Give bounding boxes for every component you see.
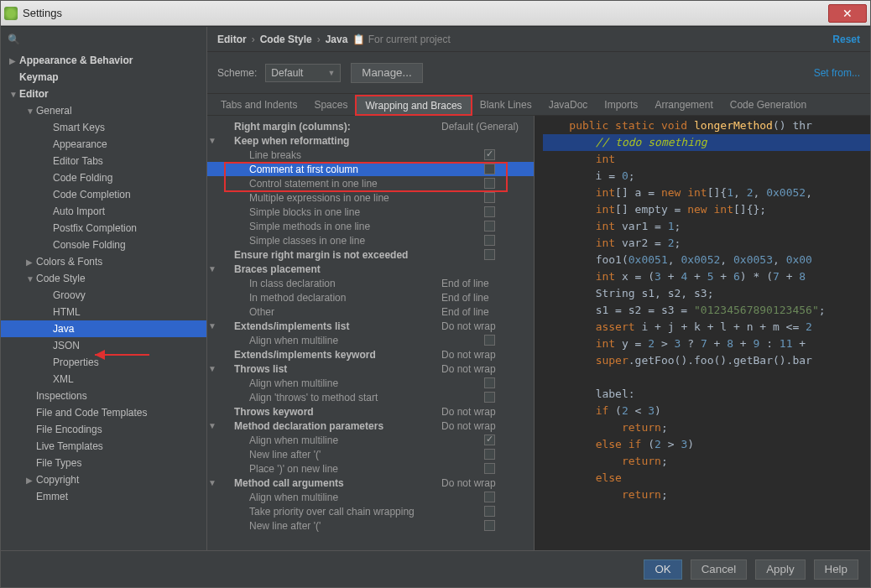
opt-align-multiline-1[interactable]: Align when multiline [219, 335, 484, 346]
crumb-editor[interactable]: Editor [217, 34, 247, 45]
checkbox-simple-classes[interactable] [484, 235, 495, 246]
manage-button[interactable]: Manage... [351, 63, 422, 83]
checkbox-ensure-margin[interactable] [484, 249, 495, 260]
opt-control-statement-one-line[interactable]: Control statement in one line [219, 178, 484, 190]
crumb-java[interactable]: Java [326, 34, 348, 45]
opt-method-decl[interactable]: Method declaration parameters [219, 420, 441, 432]
sidebar-item-groovy[interactable]: Groovy [1, 287, 206, 304]
close-button[interactable]: ✕ [828, 4, 867, 23]
opt-align-multiline-4[interactable]: Align when multiline [219, 492, 484, 503]
checkbox-newline-after[interactable] [484, 449, 495, 460]
sidebar-item-colors-fonts[interactable]: ▶Colors & Fonts [1, 253, 206, 270]
reset-link[interactable]: Reset [832, 34, 860, 45]
tab-blank-lines[interactable]: Blank Lines [472, 96, 540, 115]
sidebar-item-auto-import[interactable]: Auto Import [1, 203, 206, 220]
checkbox-align-1[interactable] [484, 335, 495, 346]
chevron-down-icon: ▼ [327, 69, 335, 77]
checkbox-place-paren[interactable] [484, 463, 495, 474]
sidebar-item-file-and-code-templates[interactable]: File and Code Templates [1, 404, 206, 421]
opt-new-line-after-2[interactable]: New line after '(' [219, 520, 484, 532]
opt-comment-first-column[interactable]: Comment at first column [219, 164, 484, 175]
scheme-combo[interactable]: Default ▼ [265, 64, 341, 82]
cancel-button[interactable]: Cancel [691, 559, 748, 580]
opt-new-line-after[interactable]: New line after '(' [219, 449, 484, 461]
opt-line-breaks[interactable]: Line breaks [219, 149, 484, 161]
opt-extends-list[interactable]: Extends/implements list [219, 320, 441, 332]
sidebar-item-html[interactable]: HTML [1, 304, 206, 320]
sidebar-item-code-folding[interactable]: Code Folding [1, 169, 206, 186]
apply-button[interactable]: Apply [755, 559, 805, 580]
sidebar-item-file-types[interactable]: File Types [1, 455, 206, 471]
opt-simple-blocks[interactable]: Simple blocks in one line [219, 206, 484, 218]
opt-ensure-margin[interactable]: Ensure right margin is not exceeded [219, 249, 484, 261]
opt-in-method[interactable]: In method declaration [219, 292, 441, 304]
sidebar-item-json[interactable]: JSON [1, 337, 206, 354]
sidebar-item-appearance-behavior[interactable]: ▶Appearance & Behavior [1, 52, 206, 69]
app-logo-icon [4, 7, 18, 20]
sidebar-item-code-completion[interactable]: Code Completion [1, 186, 206, 203]
sidebar-item-emmet[interactable]: Emmet [1, 488, 206, 505]
tab-javadoc[interactable]: JavaDoc [540, 96, 597, 115]
checkbox-simple-blocks[interactable] [484, 206, 495, 217]
tab-code-generation[interactable]: Code Generation [722, 96, 815, 115]
opt-take-priority[interactable]: Take priority over call chain wrapping [219, 506, 484, 518]
sidebar-item-console-folding[interactable]: Console Folding [1, 237, 206, 253]
opt-method-call[interactable]: Method call arguments [219, 477, 441, 489]
opt-keep-reformatting[interactable]: Keep when reformatting [219, 135, 525, 147]
crumb-code-style[interactable]: Code Style [260, 34, 312, 45]
opt-in-class[interactable]: In class declaration [219, 278, 441, 289]
sidebar-item-general[interactable]: ▼General [1, 102, 206, 119]
checkbox-comment-first[interactable] [484, 164, 495, 174]
checkbox-newline-after-2[interactable] [484, 520, 495, 531]
ok-button[interactable]: OK [644, 559, 681, 580]
opt-other[interactable]: Other [219, 306, 441, 318]
checkbox-simple-methods[interactable] [484, 221, 495, 232]
opt-align-multiline-3[interactable]: Align when multiline [219, 434, 484, 446]
sidebar-item-postfix-completion[interactable]: Postfix Completion [1, 220, 206, 237]
sidebar-item-appearance[interactable]: Appearance [1, 136, 206, 153]
checkbox-align-2[interactable] [484, 377, 495, 388]
breadcrumb: Editor › Code Style › Java 📋 For current… [207, 27, 870, 52]
sidebar-item-editor[interactable]: ▼Editor [1, 86, 206, 102]
tab-tabs-indents[interactable]: Tabs and Indents [212, 96, 305, 115]
opt-align-multiline-2[interactable]: Align when multiline [219, 377, 484, 389]
sidebar-item-code-style[interactable]: ▼Code Style [1, 270, 206, 287]
sidebar-item-live-templates[interactable]: Live Templates [1, 438, 206, 455]
sidebar-item-editor-tabs[interactable]: Editor Tabs [1, 153, 206, 169]
tab-imports[interactable]: Imports [596, 96, 646, 115]
tab-wrapping-braces[interactable]: Wrapping and Braces [356, 96, 471, 115]
checkbox-ctrl-one-line[interactable] [484, 178, 495, 189]
wrapping-options-panel[interactable]: Right margin (columns):Default (General)… [207, 116, 535, 550]
checkbox-priority[interactable] [484, 506, 495, 517]
tab-spaces[interactable]: Spaces [305, 96, 356, 115]
dialog-buttons: OK Cancel Apply Help [1, 550, 870, 587]
sidebar-item-file-encodings[interactable]: File Encodings [1, 421, 206, 438]
sidebar-item-copyright[interactable]: ▶Copyright [1, 471, 206, 488]
tab-arrangement[interactable]: Arrangement [646, 96, 721, 115]
opt-throws-keyword[interactable]: Throws keyword [219, 406, 441, 418]
sidebar-item-keymap[interactable]: Keymap [1, 69, 206, 86]
search-icon[interactable]: 🔍 [8, 34, 20, 45]
checkbox-multi-expr[interactable] [484, 192, 495, 203]
checkbox-align-4[interactable] [484, 492, 495, 502]
sidebar-item-xml[interactable]: XML [1, 371, 206, 388]
opt-braces-placement[interactable]: Braces placement [219, 263, 525, 275]
sidebar-item-java[interactable]: Java [1, 320, 206, 337]
settings-tree[interactable]: ▶Appearance & BehaviorKeymap▼Editor▼Gene… [1, 52, 206, 545]
opt-place-paren[interactable]: Place ')' on new line [219, 463, 484, 475]
opt-simple-classes[interactable]: Simple classes in one line [219, 235, 484, 247]
checkbox-align-throws[interactable] [484, 392, 495, 403]
opt-throws-list[interactable]: Throws list [219, 363, 441, 375]
opt-align-throws[interactable]: Align 'throws' to method start [219, 392, 484, 403]
opt-simple-methods[interactable]: Simple methods in one line [219, 221, 484, 232]
sidebar-item-smart-keys[interactable]: Smart Keys [1, 119, 206, 136]
help-button[interactable]: Help [814, 559, 858, 580]
checkbox-line-breaks[interactable] [484, 149, 495, 160]
sidebar-item-inspections[interactable]: Inspections [1, 388, 206, 404]
window-title: Settings [23, 7, 828, 19]
opt-extends-keyword[interactable]: Extends/implements keyword [219, 349, 441, 361]
opt-multi-expr[interactable]: Multiple expressions in one line [219, 192, 484, 204]
set-from-link[interactable]: Set from... [814, 67, 860, 79]
checkbox-align-3[interactable] [484, 434, 495, 445]
sidebar-item-properties[interactable]: Properties [1, 354, 206, 371]
